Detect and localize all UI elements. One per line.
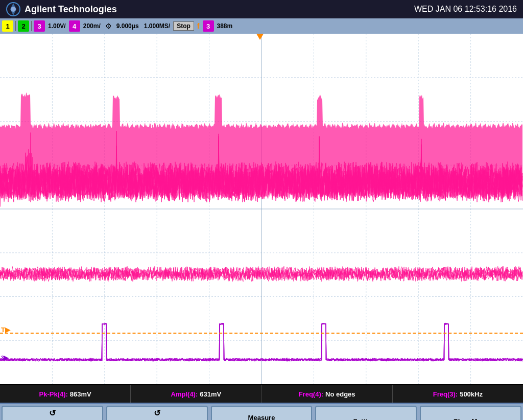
waveform-canvas [0,34,523,384]
measure-label-line1: Measure [248,414,275,421]
meas-ampl-value: 631mV [200,390,221,398]
meas-pkpk-label: Pk-Pk(4): [39,390,67,398]
source-button[interactable]: ↺ Source 3 [2,406,103,420]
oscilloscope-display: 4▶ 3▶ T▶ [0,34,523,384]
trigger-level-line [0,333,523,334]
oscilloscope-toolbar: 1 2 3 1.00V/ 4 200m/ ⚙ 9.000μs 1.000MS/ … [0,18,523,34]
meas-freq4: Freq(4): No edges [262,385,393,403]
ch4-scale: 200m/ [81,22,103,30]
sample-rate-display: 1.000MS/ [142,22,172,30]
settings-button[interactable]: Settings ▼ [315,406,417,420]
source-icon: ↺ [49,408,56,418]
datetime-display: WED JAN 06 12:53:16 2016 [414,5,517,14]
meas-pkpk-value: 863mV [70,390,91,398]
ch4-indicator[interactable]: 4 [69,20,80,32]
meas-freq4-label: Freq(4): [299,390,323,398]
meas-freq3-value: 500kHz [460,390,483,398]
meas-ampl: Ampl(4): 631mV [131,385,262,403]
select-button[interactable]: ↺ Select: Freq [106,406,208,420]
run-stop-button[interactable]: Stop [173,21,194,31]
measure-freq-button[interactable]: Measure Freq [211,406,313,420]
ch4-ground-marker: 4▶ [1,186,8,193]
memory-depth: 388m [215,22,235,30]
agilent-logo-icon [6,2,20,16]
header-bar: Agilent Technologies WED JAN 06 12:53:16… [0,0,523,18]
clear-meas-button[interactable]: Clear Meas ▼ [420,406,521,420]
settings-label: Settings [353,417,379,421]
meas-pkpk: Pk-Pk(4): 863mV [0,385,131,403]
settings-icon: ⚙ [104,22,113,30]
ch2-indicator[interactable]: 2 [18,20,29,32]
ch3-scale: 1.00V/ [46,22,68,30]
meas-freq4-value: No edges [325,390,355,398]
timebase-display: 9.000μs [114,22,141,30]
meas-ampl-label: Ampl(4): [171,390,198,398]
meas-freq3-label: Freq(3): [433,390,458,398]
meas-freq3: Freq(3): 500kHz [393,385,523,403]
brand-area: Agilent Technologies [6,2,117,16]
ch1-indicator[interactable]: 1 [2,20,13,32]
select-icon: ↺ [154,408,160,418]
trigger-icon: f [195,22,202,30]
ch3-ground-marker: 3▶ [1,355,8,361]
trigger-ch-ref[interactable]: 3 [203,20,214,32]
toolbar-separator [15,21,16,31]
clear-meas-label: Clear Meas [453,417,488,421]
toolbar-separator [31,21,32,31]
trigger-position-marker [256,34,264,40]
brand-name: Agilent Technologies [25,4,117,15]
svg-point-1 [11,7,16,12]
measurements-bar: Pk-Pk(4): 863mV Ampl(4): 631mV Freq(4): … [0,384,523,403]
softkey-bar: ↺ Source 3 ↺ Select: Freq Measure Freq S… [0,403,523,420]
ch3-indicator[interactable]: 3 [34,20,45,32]
